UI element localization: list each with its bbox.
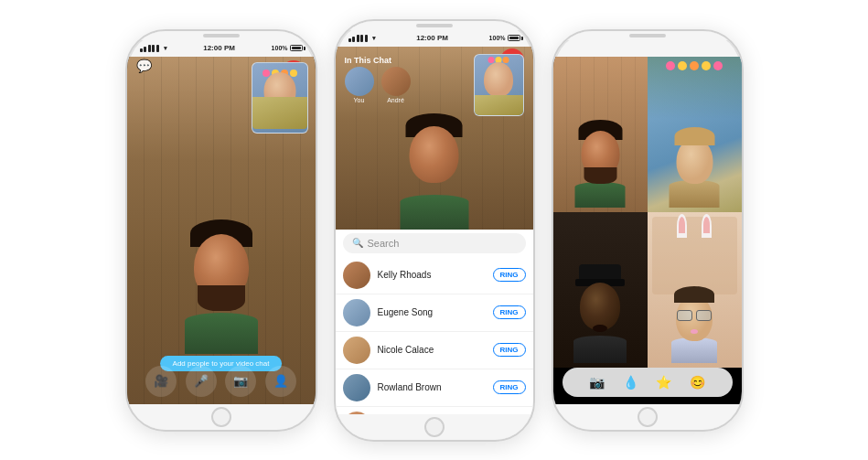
small-person-overlay: [252, 62, 308, 134]
p2-small-face: [484, 62, 513, 97]
phone1-controls: 🎥 🎤 📷 👤: [127, 366, 316, 397]
battery-fill: [292, 47, 302, 49]
search-icon: 🔍: [352, 238, 363, 248]
drop-icon[interactable]: 💧: [623, 375, 638, 390]
smiley-icon[interactable]: 😊: [690, 375, 705, 390]
bunny-ear-left: [677, 214, 687, 238]
phone1-top-notch: [127, 31, 316, 40]
phone3-speaker: [629, 34, 666, 37]
phone-1: ▾ 12:00 PM 100% 💬 📞: [125, 29, 317, 432]
contact-avatar-eugene: [343, 299, 370, 326]
signal-dot-5: [365, 35, 368, 42]
phone2-battery-area: 100%: [489, 35, 520, 41]
battery-icon-p2: [508, 35, 520, 41]
signal-dot-1: [140, 48, 143, 52]
battery-fill-p2: [509, 37, 520, 39]
ring-button-kelly[interactable]: RING: [493, 268, 526, 282]
signal-dot-1: [348, 38, 351, 42]
signal-dot-5: [156, 45, 159, 52]
search-bar[interactable]: 🔍 Search: [343, 233, 526, 253]
camera-flip-button[interactable]: 📷: [225, 366, 256, 397]
br-hair: [674, 286, 714, 303]
video-button[interactable]: 🎥: [145, 366, 177, 397]
mic-button[interactable]: 🎤: [186, 366, 217, 397]
contact-avatar-nicole: [343, 337, 370, 364]
video-cell-bottom-left: [553, 212, 648, 368]
battery-percent: 100%: [272, 45, 288, 51]
avatar-you: You: [345, 67, 374, 103]
phone2-time: 12:00 PM: [416, 34, 448, 42]
avatar-andre-label: André: [387, 97, 404, 103]
ring-button-nicole[interactable]: RING: [493, 343, 526, 357]
contact-item-rowland: Rowland Brown RING: [336, 369, 533, 407]
add-person-button[interactable]: 👤: [265, 366, 296, 397]
main-person-body: [185, 219, 258, 320]
tr-hair: [674, 127, 714, 145]
signal-dot-3: [357, 35, 359, 42]
tr-flower-5: [713, 61, 723, 70]
phone2-signal: [348, 35, 368, 42]
phone3-grid-layout: [553, 57, 742, 368]
phone2-home-button[interactable]: [424, 417, 445, 437]
p2-small-body: [475, 95, 523, 115]
avatar-you-label: You: [354, 97, 365, 103]
p2-face: [410, 126, 459, 183]
phone3-screen: 📷 💧 ⭐ 😊: [553, 57, 742, 404]
tr-flower-1: [666, 61, 675, 70]
phone3-bottom: [553, 404, 742, 430]
contact-item-nicole: Nicole Calace RING: [336, 332, 533, 369]
tl-body: [575, 182, 626, 208]
phone1-signal: [140, 45, 159, 52]
contact-item-eugene: Eugene Song RING: [336, 294, 533, 332]
br-glasses-right: [696, 310, 712, 321]
phone2-bottom: [336, 414, 533, 440]
camera-icon[interactable]: 📷: [589, 375, 605, 390]
phone1-status-left: ▾: [140, 45, 167, 52]
bl-person: [573, 264, 627, 363]
ring-button-rowland[interactable]: RING: [493, 380, 526, 394]
phone2-status-left: ▾: [348, 35, 376, 42]
wifi-icon: ▾: [164, 45, 167, 52]
signal-dot-3: [148, 45, 151, 52]
phone3-home-button[interactable]: [638, 407, 658, 427]
avatar-you-img: [345, 67, 374, 96]
bl-dog-nose: [593, 325, 607, 332]
bl-head-area: [573, 264, 627, 339]
phone3-video-grid: 📷 💧 ⭐ 😊: [553, 57, 742, 404]
br-person: [671, 295, 717, 363]
phone1-home-button[interactable]: [211, 407, 231, 427]
in-this-chat-video-label: In This Chat: [345, 56, 392, 65]
main-beard: [198, 285, 245, 311]
tr-flower-crown: [666, 61, 723, 70]
br-bunny-nose: [691, 329, 698, 334]
br-glasses-left: [677, 310, 692, 321]
contact-avatar-kelly: [343, 262, 370, 289]
contact-name-rowland: Rowland Brown: [378, 382, 486, 392]
contact-list: Kelly Rhoads RING Eugene Song RING Nicol…: [336, 257, 533, 414]
phone1-battery-area: 100%: [272, 45, 303, 51]
contact-item-lauren: Lauren Newton RING: [336, 407, 533, 414]
chat-icon[interactable]: 💬: [136, 59, 152, 73]
contact-avatar-rowland: [343, 374, 370, 401]
phone2-small-overlay: [474, 54, 524, 116]
ring-button-eugene[interactable]: RING: [493, 305, 526, 319]
phone-2: ▾ 12:00 PM 100% In This Chat 📞: [334, 19, 535, 442]
search-placeholder: Search: [368, 238, 400, 249]
bunny-ears: [677, 214, 712, 238]
contact-name-eugene: Eugene Song: [378, 307, 486, 317]
video-cell-bottom-right: [648, 212, 742, 368]
phone3-status-bar: [553, 40, 742, 57]
signal-dot-4: [152, 45, 155, 52]
phone2-person-head: [402, 113, 466, 200]
phones-container: ▾ 12:00 PM 100% 💬 📞: [98, 0, 771, 460]
phone3-controls: 📷 💧 ⭐ 😊: [563, 368, 733, 397]
tr-flower-4: [702, 61, 711, 70]
small-body: [252, 97, 307, 129]
tr-flower-3: [690, 61, 699, 70]
phone2-top-notch: [336, 21, 533, 30]
phone2-video-top: In This Chat 📞 You André: [336, 47, 533, 230]
star-icon[interactable]: ⭐: [656, 375, 671, 390]
signal-dot-4: [360, 35, 363, 42]
main-person: [185, 219, 258, 354]
phone-3: 📷 💧 ⭐ 😊: [552, 29, 744, 432]
